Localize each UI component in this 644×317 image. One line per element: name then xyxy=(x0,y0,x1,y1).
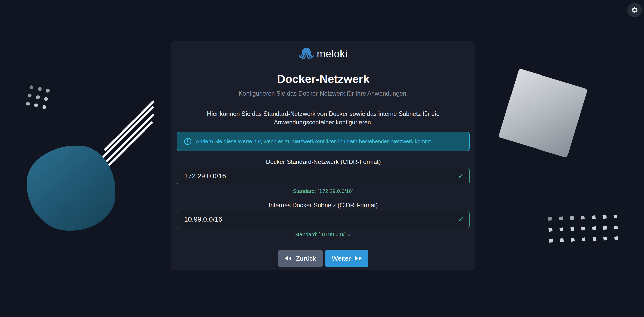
decor-gray-square xyxy=(498,68,588,158)
octopus-logo-icon xyxy=(299,47,314,61)
rewind-icon xyxy=(285,256,292,261)
page-title: Docker-Netzwerk xyxy=(171,73,475,85)
decor-diagonal-line xyxy=(104,100,155,151)
internal-subnet-label: Internes Docker-Subnetz (CIDR-Format) xyxy=(171,202,475,209)
page-subtitle: Konfigurieren Sie das Docker-Netzwerk fü… xyxy=(171,90,475,97)
default-network-label: Docker Standard-Netzwerk (CIDR-Format) xyxy=(171,159,475,165)
settings-button[interactable] xyxy=(627,3,642,17)
wizard-navigation: Zurück Weiter xyxy=(171,250,475,267)
valid-check-icon: ✓ xyxy=(458,172,464,180)
network-conflict-alert: Ändern Sie diese Werte nur, wenn es zu N… xyxy=(177,132,470,151)
next-button[interactable]: Weiter xyxy=(325,250,368,267)
valid-check-icon: ✓ xyxy=(458,216,464,223)
next-button-label: Weiter xyxy=(332,255,351,263)
default-network-input-wrap: ✓ xyxy=(177,168,470,184)
default-network-hint: Standard: `172.29.0.0/16` xyxy=(171,188,475,194)
decor-diagonal-line xyxy=(94,121,153,180)
internal-subnet-input-wrap: ✓ xyxy=(177,211,470,228)
divider xyxy=(177,103,469,103)
internal-subnet-hint: Standard: `10.99.0.0/16` xyxy=(171,231,475,238)
back-button[interactable]: Zurück xyxy=(278,250,323,267)
internal-subnet-input[interactable] xyxy=(177,211,470,228)
default-network-input[interactable] xyxy=(177,168,470,184)
decor-diagonal-line xyxy=(100,106,154,160)
decor-teal-blob xyxy=(27,146,115,231)
alert-text: Ändern Sie diese Werte nur, wenn es zu N… xyxy=(196,138,432,144)
info-circle-icon xyxy=(184,138,192,145)
decor-dots-grid xyxy=(25,85,52,112)
decor-diagonal-line xyxy=(97,113,155,171)
decor-squares-grid xyxy=(548,215,618,242)
app-logo: meloki xyxy=(171,41,475,61)
fast-forward-icon xyxy=(355,256,362,261)
setup-page: meloki Docker-Netzwerk Konfigurieren Sie… xyxy=(0,0,644,317)
gear-icon xyxy=(631,6,639,14)
back-button-label: Zurück xyxy=(296,255,316,263)
app-name: meloki xyxy=(317,48,348,60)
setup-card: meloki Docker-Netzwerk Konfigurieren Sie… xyxy=(171,41,475,270)
description-text: Hier können Sie das Standard-Netzwerk vo… xyxy=(183,109,464,127)
